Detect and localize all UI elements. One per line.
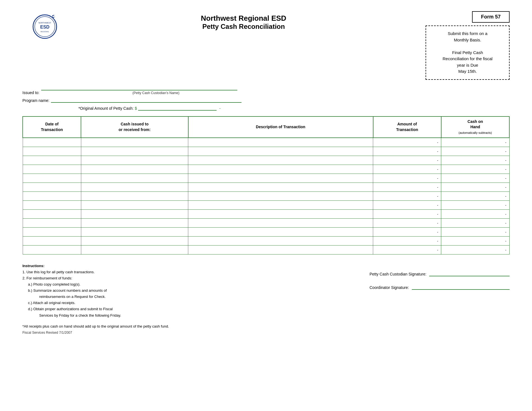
table-row[interactable]: -- (23, 227, 509, 236)
table-cell-cash-issued[interactable] (81, 200, 188, 209)
table-row[interactable]: -- (23, 245, 509, 254)
col-header-date: Date ofTransaction (23, 116, 81, 138)
table-cell-amount: - (373, 138, 441, 147)
program-name-label: Program name: (22, 98, 49, 103)
table-cell-desc[interactable] (188, 245, 373, 254)
issued-to-input[interactable] (41, 85, 237, 90)
table-cell-cash-issued[interactable] (81, 192, 188, 200)
table-cell-date[interactable] (23, 245, 81, 254)
fields-section: Issued to: (Petty Cash Custodian's Name)… (22, 85, 510, 111)
table-cell-desc[interactable] (188, 218, 373, 227)
table-row[interactable]: -- (23, 147, 509, 156)
table-cell-desc[interactable] (188, 227, 373, 236)
notice-line4: Reconciliation for the fiscal (443, 56, 492, 61)
custodian-sig-row: Petty Cash Custodian Signature: (370, 271, 510, 276)
table-cell-date[interactable] (23, 218, 81, 227)
custodian-sig-line (429, 271, 510, 276)
table-cell-desc[interactable] (188, 236, 373, 245)
table-cell-cash-issued[interactable] (81, 138, 188, 147)
table-cell-cash-issued[interactable] (81, 156, 188, 165)
table-cell-cash-hand: - (441, 209, 509, 218)
logo-icon: ESD NORTHWEST REGIONAL (28, 11, 62, 39)
col-header-cash-issued: Cash issued toor received from: (81, 116, 188, 138)
svg-text:NORTHWEST: NORTHWEST (39, 22, 52, 24)
table-cell-amount: - (373, 165, 441, 174)
instruction-2b-1: b.) Summarize account numbers and amount… (28, 288, 370, 294)
title-area: Northwest Regional ESD Petty Cash Reconc… (67, 11, 420, 31)
table-cell-cash-hand: - (441, 165, 509, 174)
table-cell-cash-issued[interactable] (81, 236, 188, 245)
table-cell-cash-hand: - (441, 138, 509, 147)
table-cell-date[interactable] (23, 192, 81, 200)
table-cell-desc[interactable] (188, 209, 373, 218)
notice-line5: year is Due (457, 63, 478, 67)
form-title-line2: Petty Cash Reconciliation (67, 23, 420, 31)
table-cell-cash-issued[interactable] (81, 218, 188, 227)
table-cell-desc[interactable] (188, 156, 373, 165)
table-row[interactable]: -- (23, 165, 509, 174)
table-cell-cash-issued[interactable] (81, 174, 188, 183)
instruction-2-label: 2. For reimbursement of funds: (22, 275, 370, 281)
page-header: ESD NORTHWEST REGIONAL Northwest Regiona… (22, 11, 510, 80)
table-cell-desc[interactable] (188, 174, 373, 183)
table-row[interactable]: -- (23, 236, 509, 245)
table-cell-date[interactable] (23, 147, 81, 156)
table-cell-cash-issued[interactable] (81, 147, 188, 156)
table-cell-cash-hand: - (441, 156, 509, 165)
table-row[interactable]: -- (23, 183, 509, 192)
program-name-input[interactable] (51, 98, 241, 103)
table-cell-amount: - (373, 147, 441, 156)
original-amount-input[interactable] (138, 106, 217, 111)
notice-line1: Submit this form on a (448, 31, 487, 36)
table-cell-cash-hand: - (441, 236, 509, 245)
table-cell-date[interactable] (23, 156, 81, 165)
table-cell-cash-issued[interactable] (81, 227, 188, 236)
notice-line3: Final Petty Cash (452, 50, 483, 55)
table-cell-cash-issued[interactable] (81, 209, 188, 218)
table-cell-desc[interactable] (188, 147, 373, 156)
custodian-sig-label: Petty Cash Custodian Signature: (370, 272, 426, 276)
table-cell-date[interactable] (23, 209, 81, 218)
table-row[interactable]: -- (23, 174, 509, 183)
table-row[interactable]: -- (23, 200, 509, 209)
table-cell-date[interactable] (23, 174, 81, 183)
table-cell-desc[interactable] (188, 200, 373, 209)
instruction-2b-2: reimbursements on a Request for Check. (39, 294, 370, 300)
table-cell-date[interactable] (23, 236, 81, 245)
table-cell-desc[interactable] (188, 165, 373, 174)
col-header-desc: Description of Transaction (188, 116, 373, 138)
instruction-2a: a.) Photo copy completed log(s). (28, 281, 370, 288)
table-cell-amount: - (373, 156, 441, 165)
table-cell-cash-issued[interactable] (81, 165, 188, 174)
table-cell-date[interactable] (23, 200, 81, 209)
table-cell-desc[interactable] (188, 183, 373, 192)
table-row[interactable]: -- (23, 218, 509, 227)
notice-line6: May 15th. (458, 69, 477, 74)
table-row[interactable]: -- (23, 192, 509, 200)
table-cell-date[interactable] (23, 183, 81, 192)
table-cell-date[interactable] (23, 227, 81, 236)
instruction-2d-1: d.) Obtain proper authorizations and sub… (28, 306, 370, 312)
coordinator-sig-row: Coordinator Signature: (370, 285, 510, 290)
instructions-section: Instructions: 1. Use this log for all pe… (22, 263, 510, 319)
table-cell-cash-issued[interactable] (81, 245, 188, 254)
svg-text:REGIONAL: REGIONAL (40, 31, 49, 32)
table-row[interactable]: -- (23, 138, 509, 147)
logo-area: ESD NORTHWEST REGIONAL (22, 11, 67, 39)
auto-subtracts-label: (automatically subtracts) (459, 131, 492, 134)
table-cell-amount: - (373, 209, 441, 218)
table-cell-amount: - (373, 227, 441, 236)
table-cell-date[interactable] (23, 165, 81, 174)
notice-line2: Monthly Basis. (454, 38, 481, 42)
table-cell-cash-issued[interactable] (81, 183, 188, 192)
col-header-amount: Amount ofTransaction (373, 116, 441, 138)
signatures-area: Petty Cash Custodian Signature: Coordina… (370, 263, 510, 319)
table-cell-amount: - (373, 174, 441, 183)
table-cell-desc[interactable] (188, 192, 373, 200)
table-row[interactable]: -- (23, 156, 509, 165)
table-cell-desc[interactable] (188, 138, 373, 147)
table-cell-cash-hand: - (441, 147, 509, 156)
table-cell-date[interactable] (23, 138, 81, 147)
table-row[interactable]: -- (23, 209, 509, 218)
table-cell-cash-hand: - (441, 183, 509, 192)
